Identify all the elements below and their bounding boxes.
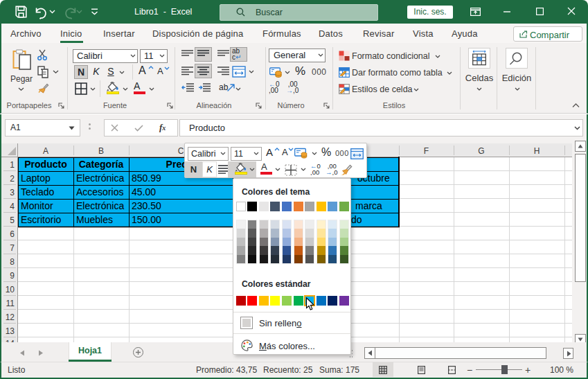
svg-text:Electrónica: Electrónica <box>76 200 124 211</box>
svg-text:6: 6 <box>10 229 15 239</box>
svg-text:45.00: 45.00 <box>132 186 156 197</box>
svg-text:150.00: 150.00 <box>132 214 161 225</box>
svg-text:4: 4 <box>10 202 15 211</box>
svg-text:9: 9 <box>10 271 15 281</box>
svg-text:13: 13 <box>6 326 15 336</box>
svg-text:11: 11 <box>6 299 15 308</box>
svg-text:3: 3 <box>10 188 15 197</box>
svg-text:Escritorio: Escritorio <box>21 214 62 225</box>
svg-text:G: G <box>478 146 484 156</box>
svg-text:Teclado: Teclado <box>21 186 54 197</box>
svg-text:C: C <box>178 146 184 156</box>
svg-text:B: B <box>98 146 104 156</box>
svg-text:H: H <box>534 146 540 156</box>
svg-text:Categoría: Categoría <box>79 159 124 170</box>
svg-text:10: 10 <box>6 285 15 294</box>
svg-text:1: 1 <box>10 160 15 170</box>
svg-text:Electrónica: Electrónica <box>76 173 124 184</box>
svg-text:7: 7 <box>10 243 15 253</box>
svg-text:Monitor: Monitor <box>21 200 53 211</box>
svg-text:8: 8 <box>10 257 15 267</box>
svg-text:5: 5 <box>10 215 15 225</box>
svg-text:Laptop: Laptop <box>21 173 51 184</box>
svg-text:marca: marca <box>355 200 382 211</box>
svg-text:2: 2 <box>10 174 15 184</box>
svg-text:Producto: Producto <box>24 159 66 170</box>
svg-text:do: do <box>351 214 362 225</box>
svg-text:Muebles: Muebles <box>76 214 113 225</box>
svg-text:F: F <box>424 146 429 156</box>
svg-text:A: A <box>43 146 48 156</box>
svg-text:Accesorios: Accesorios <box>76 186 123 197</box>
svg-text:230.50: 230.50 <box>132 200 161 211</box>
svg-text:12: 12 <box>6 312 15 322</box>
svg-text:850.99: 850.99 <box>132 173 161 184</box>
